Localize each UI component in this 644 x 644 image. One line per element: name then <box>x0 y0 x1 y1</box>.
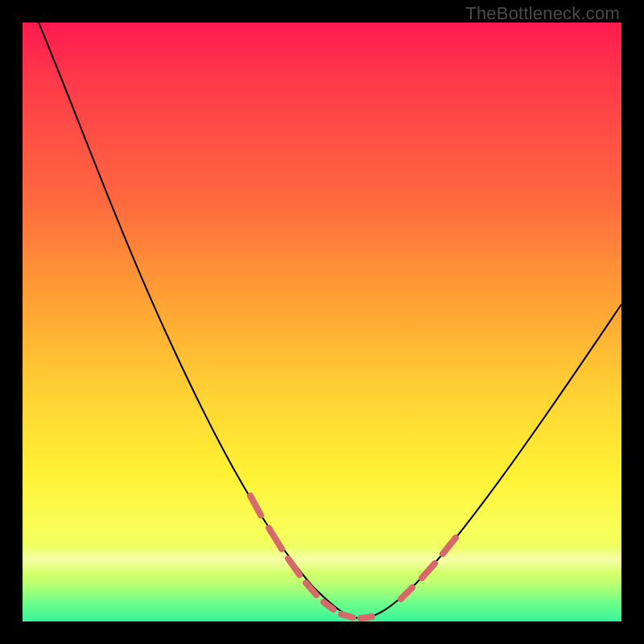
plot-area <box>23 23 621 621</box>
highlight-right <box>401 538 456 599</box>
watermark-text: TheBottleneck.com <box>465 3 620 24</box>
bottleneck-curve <box>39 23 621 618</box>
highlight-left <box>250 496 372 618</box>
chart-frame: TheBottleneck.com <box>0 0 644 644</box>
curve-svg <box>23 23 621 621</box>
